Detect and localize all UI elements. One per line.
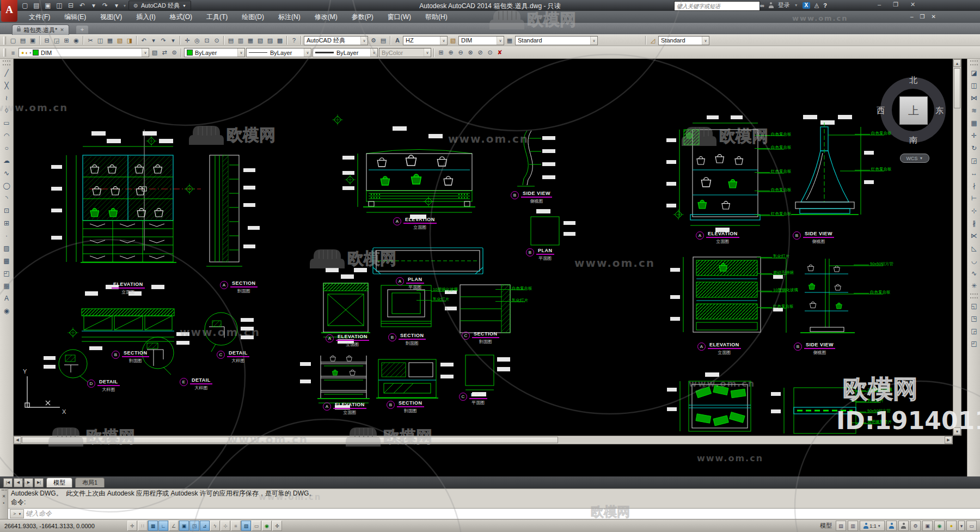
linetype-combo[interactable]: ByLayer∨ [246,48,311,57]
chevron-down-icon[interactable]: ▼ [794,3,798,7]
vertical-scrollbar[interactable]: ▲ ▼ [953,59,961,436]
viewcube-north[interactable]: 北 [909,75,917,85]
prev-tab-button[interactable]: ◀ [14,478,23,487]
help-icon[interactable]: ? [289,35,299,45]
wcs-menu[interactable]: WCS▼ [900,154,929,163]
lineweight-combo[interactable]: ByLayer∨ [313,48,378,57]
send-to-back-icon[interactable]: ◳ [969,313,979,325]
status-snap-mode[interactable]: ∷ [138,521,148,531]
layer-states-icon[interactable]: ▧ [150,48,160,58]
minimize-button[interactable]: – [878,1,881,8]
extend-icon[interactable]: ⊢ [969,192,979,204]
plot-icon[interactable]: ⊟ [42,35,52,45]
publish-icon[interactable]: ⊞ [62,35,71,45]
gradient-icon[interactable]: ▩ [1,255,12,267]
command-history[interactable]: Autodesk DWG。 此文件上次由 Autodesk 应用程序或 Auto… [0,488,980,508]
sun-icon[interactable]: ◐ [25,50,28,56]
bulb-icon[interactable]: ● [21,50,24,56]
child-window-control-2[interactable]: ✕ [932,14,936,20]
color-combo[interactable]: ByLayer∨ [184,48,245,57]
command-input-row[interactable]: ＞▼ 键入命令 [0,508,980,519]
close-tab-icon[interactable]: ✕ [60,27,64,33]
undo-icon[interactable]: ↶ [139,35,149,45]
offset-icon[interactable]: ≋ [969,105,979,117]
workspace-save-icon[interactable]: ▤ [378,35,388,45]
revision-cloud-icon[interactable]: ☁ [1,155,12,167]
scroll-left-button[interactable]: ◀ [14,436,21,444]
layer-combo[interactable]: ● ◐ ▪ DIM∨ [19,48,149,57]
layer-isolate-icon[interactable]: ⊜ [169,48,179,58]
undo-dropdown-icon[interactable]: ▾ [89,2,98,9]
redo-icon[interactable]: ↷ [158,35,168,45]
menu-5[interactable]: 格式(O) [163,11,199,23]
scroll-right-button[interactable]: ▶ [945,436,952,444]
explode-icon[interactable]: ✳ [969,280,979,292]
tab-layout1[interactable]: 布局1 [75,478,105,487]
scale-icon[interactable]: ◲ [969,155,979,167]
copy-icon[interactable]: ◫ [969,80,979,91]
zoom-previous-icon[interactable]: ⊙ [212,35,222,45]
exchange-apps-icon[interactable]: X [803,2,810,9]
trim-icon[interactable]: ∤ [969,180,979,192]
array-icon[interactable]: ▦ [969,117,979,129]
menu-3[interactable]: 视图(V) [93,11,129,23]
signin-link[interactable]: 登录 [778,1,790,9]
undo-dropdown-icon[interactable]: ▾ [149,35,158,45]
dim-style-combo[interactable]: DIM∨ [458,36,504,45]
mleader-style-icon[interactable]: ◿ [648,35,658,45]
tab-model[interactable]: 模型 [46,478,72,487]
status-infer-constraints[interactable]: ✛ [127,521,137,531]
layer-previous-icon[interactable]: ⇄ [160,48,169,58]
autoscale-icon[interactable] [898,521,909,531]
status-selection-cycling[interactable]: ◉ [262,521,272,531]
sheet-set-manager-icon[interactable]: ▧ [255,35,265,45]
menu-7[interactable]: 绘图(D) [235,11,271,23]
annotation-visibility-icon[interactable] [886,521,897,531]
text-style-icon[interactable]: A [393,35,402,45]
quick-view-drawings-icon[interactable]: ▥ [848,521,858,531]
copy-icon[interactable]: ◫ [95,35,105,45]
table-style-icon[interactable]: ▦ [505,35,514,45]
cancel-plot-icon[interactable]: ✘ [495,48,505,58]
3d-print-icon[interactable]: ◉ [71,35,81,45]
insert-block-icon[interactable]: ⊡ [1,205,12,217]
viewcube-south[interactable]: 南 [909,135,917,145]
new-icon[interactable]: ▢ [21,2,29,9]
status-menu-icon[interactable]: ▾ [958,521,965,531]
status-3d-object-snap[interactable]: ◳ [189,521,199,531]
new-icon[interactable]: ▢ [8,35,18,45]
join-icon[interactable]: ⋉ [969,230,979,242]
status-annotation-monitor[interactable]: ✜ [272,521,282,531]
save-icon[interactable]: ▣ [44,2,52,9]
hscroll-thumb[interactable] [22,437,558,443]
plot-icon[interactable]: ⊟ [66,2,75,9]
plot-style-2-icon[interactable]: ⊕ [446,48,456,58]
table-icon[interactable]: ▦ [1,280,12,292]
spline-icon[interactable]: ∿ [1,167,12,179]
clean-screen-icon[interactable]: ▭ [966,521,977,531]
polyline-icon[interactable]: ≀ [1,92,12,104]
break-at-point-icon[interactable]: ⊹ [969,205,979,217]
block-editor-icon[interactable]: ◨ [125,35,134,45]
text-style-combo[interactable]: HZ∨ [403,36,448,45]
menu-12[interactable]: 帮助(H) [418,11,455,23]
bring-above-icon[interactable]: ◲ [969,325,979,337]
quick-calc-icon[interactable]: ▩ [275,35,285,45]
polygon-icon[interactable]: ◊ [1,105,12,117]
properties-palette-icon[interactable]: ▤ [226,35,236,45]
quick-view-layouts-icon[interactable]: ▤ [836,521,846,531]
paste-icon[interactable]: ▦ [105,35,115,45]
move-icon[interactable]: ✛ [969,130,979,142]
status-quick-properties[interactable]: ▭ [252,521,261,531]
menu-11[interactable]: 窗口(W) [381,11,418,23]
file-tab[interactable]: 箱包类.道具* ✕ [12,25,69,35]
scroll-down-button[interactable]: ▼ [953,427,961,435]
next-tab-button[interactable]: ▶ [24,478,33,487]
ellipse-arc-icon[interactable]: ◝ [1,192,12,204]
multiline-text-icon[interactable]: A [1,292,12,304]
menu-2[interactable]: 编辑(E) [57,11,93,23]
toolbar-grip[interactable] [3,48,6,57]
zoom-realtime-icon[interactable]: ◎ [192,35,202,45]
hatch-icon[interactable]: ▨ [1,242,12,254]
workspace-settings-icon[interactable]: ⚙ [369,35,378,45]
